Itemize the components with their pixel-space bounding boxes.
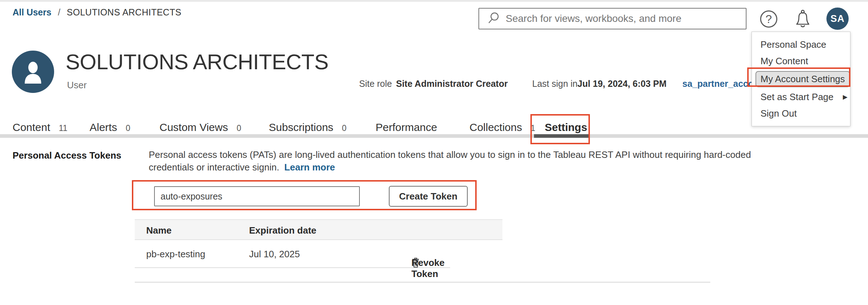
tab-performance[interactable]: Performance <box>376 121 437 133</box>
tab-content-count: 11 <box>59 123 67 133</box>
help-icon[interactable]: ? <box>760 10 777 28</box>
menu-item-my-account-settings[interactable]: My Account Settings <box>752 69 850 89</box>
tokens-table: Name Expiration date pb-exp-testing Jul … <box>135 219 502 268</box>
page-title: SOLUTIONS ARCHITECTS <box>66 50 328 74</box>
tab-custom-views[interactable]: Custom Views0 <box>159 121 241 133</box>
tab-subscriptions-count: 0 <box>342 123 347 133</box>
tab-subscriptions[interactable]: Subscriptions0 <box>269 121 347 133</box>
last-sign-in-label: Last sign in <box>532 79 577 89</box>
tab-alerts[interactable]: Alerts0 <box>90 121 130 133</box>
breadcrumb-all-users-link[interactable]: All Users <box>13 7 51 18</box>
token-name-cell: pb-exp-testing <box>146 249 205 260</box>
notifications-bell-icon[interactable] <box>793 9 812 29</box>
search-icon <box>486 11 501 26</box>
tab-bar-divider <box>0 134 868 138</box>
my-account-settings-highlight: My Account Settings <box>755 71 850 87</box>
table-row: pb-exp-testing Jul 10, 2025 Revoke Token <box>135 240 450 268</box>
create-token-button[interactable]: Create Token <box>389 186 468 207</box>
menu-item-set-as-start-page[interactable]: Set as Start Page ▶ <box>752 89 850 105</box>
breadcrumb-separator: / <box>58 7 60 18</box>
breadcrumb: All Users / SOLUTIONS ARCHITECTS <box>13 7 181 18</box>
last-sign-in-value: Jul 19, 2024, 6:03 PM <box>577 79 667 89</box>
column-header-name: Name <box>146 225 172 236</box>
tab-content[interactable]: Content11 <box>13 121 67 133</box>
tab-settings[interactable]: Settings <box>545 121 587 133</box>
tab-custom-views-count: 0 <box>237 123 241 133</box>
window-top-strip <box>0 0 868 2</box>
pat-description-line1: Personal access tokens (PATs) are long-l… <box>149 149 751 161</box>
site-role-label: Site role <box>359 79 392 89</box>
account-name-link[interactable]: sa_partner_accou <box>682 79 759 89</box>
menu-item-personal-space[interactable]: Personal Space <box>752 36 850 53</box>
tab-collections[interactable]: Collections1 <box>469 121 535 133</box>
site-role-value: Site Administrator Creator <box>396 79 508 89</box>
avatar-initials: SA <box>830 13 845 24</box>
pat-description: Personal access tokens (PATs) are long-l… <box>149 149 751 174</box>
token-expiration-cell: Jul 10, 2025 <box>249 249 300 260</box>
tab-alerts-count: 0 <box>126 123 130 133</box>
pat-description-line2: credentials or interactive signin. <box>149 162 279 173</box>
search-input[interactable] <box>506 13 735 24</box>
tab-collections-count: 1 <box>531 123 535 133</box>
column-header-expiration: Expiration date <box>249 225 316 236</box>
pat-section-title: Personal Access Tokens <box>13 150 121 161</box>
submenu-arrow-icon: ▶ <box>843 93 848 101</box>
page: All Users / SOLUTIONS ARCHITECTS ? SA <box>0 0 868 305</box>
learn-more-link[interactable]: Learn more <box>284 162 335 173</box>
revoke-token-label: Revoke Token <box>411 257 445 280</box>
user-avatar-badge[interactable]: SA <box>826 8 849 30</box>
menu-item-my-content[interactable]: My Content <box>752 53 850 69</box>
token-name-input[interactable] <box>154 186 360 206</box>
account-dropdown-menu: Personal Space My Content My Account Set… <box>752 32 850 126</box>
profile-meta-row: Site role Site Administrator Creator Las… <box>0 79 868 90</box>
menu-item-sign-out[interactable]: Sign Out <box>752 105 850 122</box>
settings-tab-active-underline <box>534 134 590 138</box>
tokens-table-header: Name Expiration date <box>135 219 502 240</box>
search-box[interactable] <box>478 8 747 29</box>
section-divider <box>135 282 710 283</box>
breadcrumb-current: SOLUTIONS ARCHITECTS <box>67 7 181 18</box>
